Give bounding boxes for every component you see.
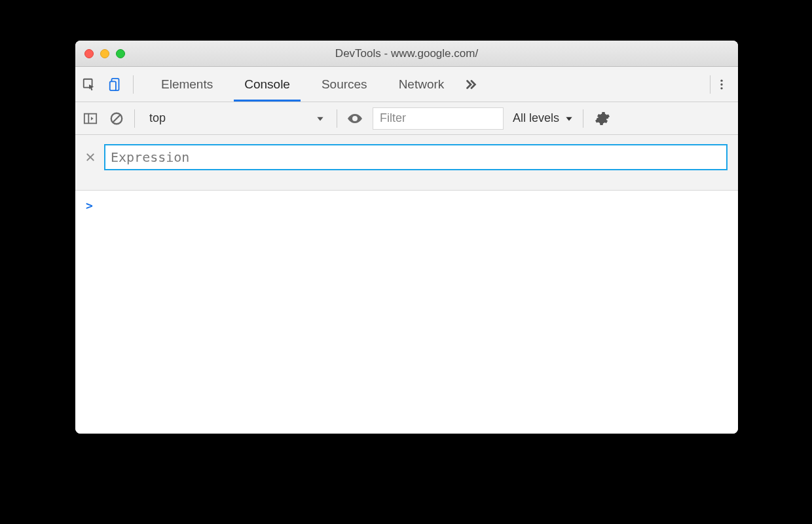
live-expression-bar bbox=[75, 135, 738, 191]
inspect-tools bbox=[81, 75, 145, 94]
svg-point-3 bbox=[720, 79, 722, 81]
tab-sources[interactable]: Sources bbox=[306, 67, 383, 102]
divider bbox=[583, 109, 583, 128]
svg-line-9 bbox=[113, 115, 120, 122]
caret-down-icon bbox=[564, 114, 574, 123]
kebab-menu-button[interactable] bbox=[710, 73, 733, 96]
log-levels-select[interactable]: All levels bbox=[513, 111, 574, 125]
live-expression-eye-icon[interactable] bbox=[346, 110, 363, 127]
tab-elements[interactable]: Elements bbox=[145, 67, 229, 102]
console-settings-gear-icon[interactable] bbox=[593, 109, 612, 128]
window-controls bbox=[84, 49, 125, 58]
tab-label: Sources bbox=[322, 77, 367, 92]
console-filter-input[interactable] bbox=[373, 107, 504, 130]
panel-tabs-bar: Elements Console Sources Network bbox=[75, 67, 738, 102]
show-console-sidebar-icon[interactable] bbox=[82, 110, 99, 127]
window-title: DevTools - www.google.com/ bbox=[75, 47, 738, 60]
live-expression-input[interactable] bbox=[104, 144, 728, 170]
devtools-window: DevTools - www.google.com/ Elements bbox=[75, 41, 738, 434]
more-tabs-button[interactable] bbox=[460, 73, 482, 96]
titlebar: DevTools - www.google.com/ bbox=[75, 41, 738, 67]
caret-down-icon bbox=[316, 114, 325, 123]
console-toolbar: top All levels bbox=[75, 102, 738, 135]
divider bbox=[133, 75, 134, 94]
close-expression-icon[interactable] bbox=[83, 150, 98, 164]
console-prompt-caret: > bbox=[86, 198, 93, 212]
tab-label: Network bbox=[399, 77, 445, 92]
clear-console-icon[interactable] bbox=[108, 110, 125, 127]
divider bbox=[337, 109, 337, 128]
window-close-button[interactable] bbox=[84, 49, 94, 58]
svg-point-5 bbox=[720, 87, 722, 89]
tab-label: Elements bbox=[161, 77, 213, 92]
levels-label: All levels bbox=[513, 111, 559, 125]
panel-tabs: Elements Console Sources Network bbox=[145, 67, 460, 102]
svg-rect-2 bbox=[110, 81, 116, 90]
inspect-element-icon[interactable] bbox=[81, 76, 98, 93]
window-zoom-button[interactable] bbox=[116, 49, 125, 58]
divider bbox=[134, 109, 135, 128]
execution-context-select[interactable]: top bbox=[144, 111, 327, 125]
tab-console[interactable]: Console bbox=[229, 67, 306, 102]
svg-rect-6 bbox=[84, 113, 96, 123]
console-body[interactable]: > bbox=[75, 191, 738, 434]
tab-label: Console bbox=[244, 77, 290, 92]
tab-network[interactable]: Network bbox=[383, 67, 460, 102]
context-label: top bbox=[149, 111, 166, 125]
device-toolbar-icon[interactable] bbox=[107, 76, 124, 93]
svg-point-4 bbox=[720, 83, 722, 85]
window-minimize-button[interactable] bbox=[100, 49, 109, 58]
